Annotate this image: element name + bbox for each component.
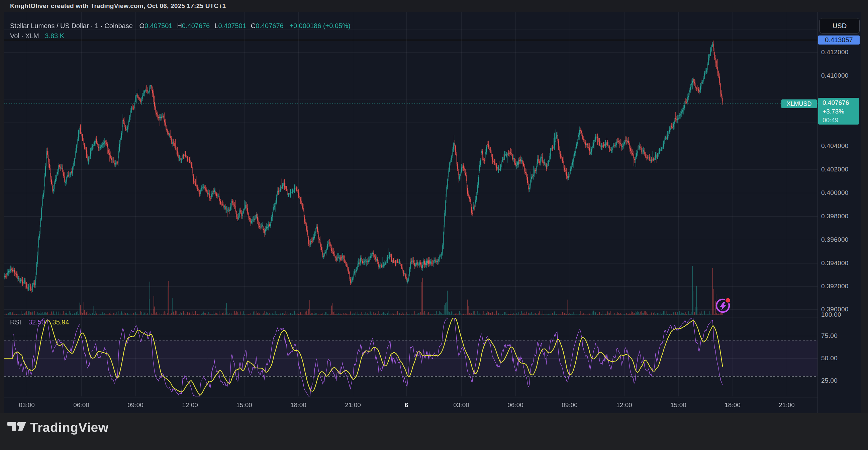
price-axis-tick: 25.00 (821, 377, 838, 384)
time-axis-tick: 06:00 (507, 401, 524, 409)
last-price-badge: 0.407676 +3.73% 00:49 (818, 98, 859, 124)
time-axis-tick: 18:00 (724, 401, 741, 409)
time-axis-tick: 06:00 (73, 401, 89, 409)
time-axis-day-tick: 6 (405, 401, 408, 409)
red-notification-dot (725, 298, 730, 303)
volume-label: Vol · XLM (10, 32, 39, 39)
price-axis-tick: 0.394000 (821, 259, 848, 267)
rsi-ma-value: 35.94 (53, 318, 69, 326)
ohlc-values: O0.407501H0.407676L0.407501C0.407676 (134, 22, 283, 29)
tradingview-logo-icon (7, 422, 26, 433)
rsi-label: RSI (10, 318, 21, 326)
symbol-title: Stellar Lumens / US Dollar · 1 · Coinbas… (10, 22, 133, 29)
lightning-marker-button[interactable] (714, 297, 732, 314)
bar-countdown: 00:49 (823, 116, 859, 124)
price-axis-tick: 0.412000 (821, 49, 848, 56)
chart-canvas[interactable] (0, 0, 817, 413)
footer-bar: TradingView (0, 413, 868, 450)
time-axis-tick: 21:00 (779, 401, 795, 409)
tradingview-snapshot: KnightOliver created with TradingView.co… (0, 0, 868, 450)
time-axis-tick: 21:00 (345, 401, 361, 409)
volume-value: 3.83 K (45, 32, 64, 39)
currency-toggle-button[interactable]: USD (819, 18, 860, 33)
ohlc-key: O (139, 22, 145, 29)
time-axis-tick: 09:00 (562, 401, 578, 409)
tradingview-logo-link[interactable]: TradingView (7, 420, 109, 435)
ohlc-key: H (177, 22, 182, 29)
high-price-line-label: 0.413057 (818, 35, 860, 45)
ohlc-value: 0.407676 (182, 22, 210, 29)
last-price: 0.407676 (823, 99, 859, 107)
right-gutter (861, 12, 868, 413)
price-axis-tick: 0.400000 (821, 189, 848, 197)
price-axis-tick: 50.00 (821, 355, 838, 362)
rsi-value: 32.50 (28, 318, 45, 326)
change-value: +0.000186 (+0.05%) (289, 22, 350, 29)
symbol-price-line-label: XLMUSD (781, 100, 817, 108)
price-axis-tick: 100.00 (821, 311, 841, 318)
symbol-legend[interactable]: Stellar Lumens / US Dollar · 1 · Coinbas… (10, 22, 350, 30)
rsi-legend[interactable]: RSI 32.50 35.94 (10, 318, 69, 326)
price-axis-tick: 0.392000 (821, 283, 848, 290)
session-change-pct: +3.73% (823, 107, 859, 116)
footer-brand-text: TradingView (30, 420, 109, 435)
time-axis-tick: 09:00 (127, 401, 144, 409)
time-axis[interactable]: 03:0006:0009:0012:0015:0018:0021:00603:0… (4, 397, 817, 413)
price-axis-tick: 0.402000 (821, 166, 848, 173)
price-axis-tick: 0.398000 (821, 213, 848, 220)
attribution-bar: KnightOliver created with TradingView.co… (0, 0, 868, 12)
ohlc-key: C (251, 22, 255, 29)
ohlc-value: 0.407501 (218, 22, 246, 29)
left-gutter (0, 12, 4, 413)
time-axis-tick: 03:00 (453, 401, 469, 409)
ohlc-value: 0.407676 (255, 22, 283, 29)
ohlc-key: L (214, 22, 218, 29)
time-axis-tick: 18:00 (290, 401, 306, 409)
volume-legend[interactable]: Vol · XLM 3.83 K (10, 32, 64, 40)
time-axis-tick: 12:00 (182, 401, 198, 409)
time-axis-tick: 15:00 (670, 401, 686, 409)
price-axis-tick: 0.410000 (821, 72, 848, 79)
time-axis-tick: 15:00 (236, 401, 252, 409)
attribution-text: KnightOliver created with TradingView.co… (10, 2, 226, 10)
ohlc-value: 0.407501 (145, 22, 172, 29)
lightning-bolt-icon (720, 302, 726, 310)
price-axis[interactable]: 0.4120000.4100000.4040000.4020000.400000… (817, 12, 861, 413)
price-axis-tick: 0.404000 (821, 142, 848, 150)
price-axis-tick: 75.00 (821, 332, 838, 339)
time-axis-tick: 12:00 (616, 401, 632, 409)
time-axis-tick: 03:00 (19, 401, 35, 409)
price-axis-tick: 0.396000 (821, 236, 848, 244)
